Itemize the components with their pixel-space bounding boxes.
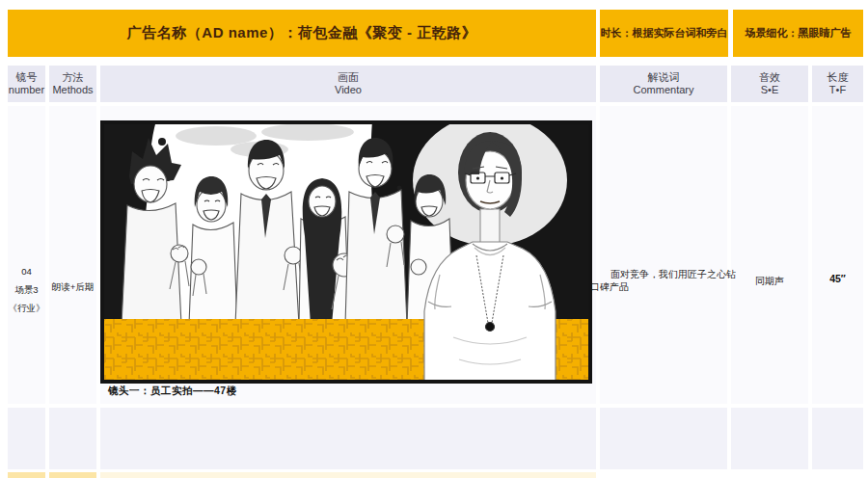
shot-number: 04 bbox=[21, 262, 32, 280]
col-header-commentary: 解说词 Commentary bbox=[600, 66, 727, 102]
col-header-video-zh: 画面 bbox=[338, 71, 359, 84]
sound-value: 同期声 bbox=[755, 275, 784, 288]
col-header-sound-en: S•E bbox=[761, 84, 779, 96]
col-header-commentary-zh: 解说词 bbox=[648, 71, 680, 84]
empty-cell bbox=[49, 408, 96, 469]
commentary-cell bbox=[600, 106, 727, 404]
empty-cell bbox=[600, 408, 727, 469]
storyboard-image bbox=[100, 120, 592, 384]
col-header-method: 方法 Methods bbox=[49, 66, 96, 102]
next-section-hint bbox=[49, 472, 96, 478]
col-header-method-en: Methods bbox=[52, 84, 93, 96]
length-cell: 45″ bbox=[812, 106, 863, 404]
commentary-text: 面对竞争，我们用匠子之心钻研口碑产品 bbox=[581, 269, 743, 293]
duration-label: 时长：根据实际台词和旁白 bbox=[600, 10, 728, 57]
col-header-sound: 音效 S•E bbox=[731, 66, 808, 102]
col-header-length-zh: 长度 bbox=[827, 71, 849, 84]
empty-cell bbox=[8, 408, 45, 469]
empty-cell bbox=[100, 408, 596, 469]
col-header-shot: 镜号 number bbox=[8, 66, 45, 102]
col-header-shot-en: number bbox=[9, 84, 44, 96]
col-header-shot-zh: 镜号 bbox=[16, 71, 38, 84]
col-header-commentary-en: Commentary bbox=[634, 84, 694, 96]
method-value: 朗读+后期 bbox=[52, 281, 95, 294]
shot-scene-title: 《行业》 bbox=[9, 299, 45, 317]
storyboard-page: 广告名称（AD name）：荷包金融《聚变 - 正乾路》 时长：根据实际台词和旁… bbox=[0, 0, 868, 478]
ad-title: 广告名称（AD name）：荷包金融《聚变 - 正乾路》 bbox=[8, 10, 596, 57]
next-section-hint bbox=[8, 472, 45, 478]
col-header-method-zh: 方法 bbox=[63, 71, 84, 84]
frame-caption: 镜头一：员工实拍——47楼 bbox=[108, 385, 237, 398]
scene-detail-label: 场景细化：黑眼睛广告 bbox=[733, 10, 863, 57]
shot-number-cell: 04 场景3 《行业》 bbox=[8, 106, 45, 404]
col-header-length: 长度 T•F bbox=[812, 66, 863, 102]
col-header-sound-zh: 音效 bbox=[759, 71, 780, 84]
empty-cell bbox=[731, 408, 808, 469]
length-value: 45″ bbox=[829, 273, 846, 284]
col-header-video-en: Video bbox=[335, 84, 362, 96]
method-cell: 朗读+后期 bbox=[49, 106, 96, 404]
empty-cell bbox=[812, 408, 863, 469]
sound-cell: 同期声 bbox=[731, 106, 808, 404]
next-section-hint bbox=[100, 472, 596, 478]
shot-scene: 场景3 bbox=[14, 280, 38, 299]
col-header-length-en: T•F bbox=[829, 84, 846, 96]
col-header-video: 画面 Video bbox=[100, 66, 596, 102]
